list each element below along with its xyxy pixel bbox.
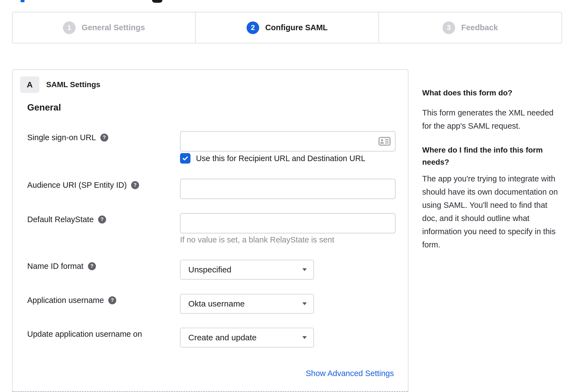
- sidebar-body-where: The app you're trying to integrate with …: [422, 172, 563, 251]
- update-username-label: Update application username on: [27, 328, 142, 340]
- sso-url-input[interactable]: [181, 132, 395, 151]
- sidebar-body-what: This form generates the XML needed for t…: [422, 106, 554, 132]
- step-3-label: Feedback: [461, 23, 498, 32]
- chevron-down-icon: [302, 302, 307, 305]
- update-username-value: Create and update: [188, 333, 257, 342]
- audience-uri-input[interactable]: [181, 179, 395, 198]
- recipient-url-checkbox-label: Use this for Recipient URL and Destinati…: [196, 154, 365, 163]
- sidebar-heading-what: What does this form do?: [422, 87, 563, 99]
- step-2-number-badge: 2: [247, 21, 259, 34]
- help-sidebar: What does this form do? This form genera…: [422, 87, 563, 251]
- update-username-select[interactable]: Create and update: [180, 328, 314, 347]
- chevron-down-icon: [302, 268, 307, 271]
- application-username-label: Application username ?: [27, 294, 116, 307]
- audience-uri-label-text: Audience URI (SP Entity ID): [27, 179, 127, 191]
- relaystate-label: Default RelayState ?: [27, 213, 106, 226]
- top-cropped-logo-fragment: [152, 0, 162, 3]
- step-1-number-badge: 1: [63, 21, 76, 34]
- show-advanced-settings-link[interactable]: Show Advanced Settings: [306, 369, 394, 378]
- recipient-url-checkbox[interactable]: [180, 153, 190, 164]
- application-username-select[interactable]: Okta username: [180, 294, 314, 314]
- recipient-url-checkbox-row: Use this for Recipient URL and Destinati…: [180, 153, 365, 164]
- name-id-format-value: Unspecified: [188, 265, 231, 274]
- top-cropped-blue-fragment: [21, 0, 24, 2]
- relaystate-input-wrap: [180, 213, 396, 233]
- update-username-label-text: Update application username on: [27, 328, 142, 340]
- application-username-value: Okta username: [188, 299, 245, 308]
- sso-url-label: Single sign-on URL ?: [27, 131, 108, 144]
- help-icon[interactable]: ?: [100, 134, 108, 142]
- relaystate-label-text: Default RelayState: [27, 213, 94, 226]
- audience-uri-input-wrap: [180, 179, 396, 199]
- group-title-general: General: [27, 102, 61, 113]
- application-username-label-text: Application username: [27, 294, 104, 307]
- help-icon[interactable]: ?: [131, 181, 139, 189]
- saml-settings-panel: A SAML Settings General Single sign-on U…: [12, 69, 408, 392]
- chevron-down-icon: [302, 336, 307, 339]
- wizard-stepper: 1 General Settings 2 Configure SAML 3 Fe…: [12, 12, 562, 43]
- step-1-label: General Settings: [82, 23, 145, 32]
- step-3-number-badge: 3: [443, 21, 455, 34]
- sidebar-heading-where: Where do I find the info this form needs…: [422, 144, 560, 168]
- check-icon: [182, 155, 189, 162]
- panel-title: SAML Settings: [46, 76, 100, 93]
- name-id-format-label: Name ID format ?: [27, 260, 96, 272]
- name-id-format-select[interactable]: Unspecified: [180, 260, 314, 280]
- step-2-label: Configure SAML: [265, 23, 328, 32]
- name-id-format-label-text: Name ID format: [27, 260, 84, 272]
- step-configure-saml[interactable]: 2 Configure SAML: [195, 12, 378, 43]
- relaystate-input[interactable]: [181, 214, 395, 233]
- step-general-settings[interactable]: 1 General Settings: [13, 12, 195, 43]
- step-feedback[interactable]: 3 Feedback: [378, 12, 562, 43]
- relaystate-hint: If no value is set, a blank RelayState i…: [180, 234, 334, 245]
- help-icon[interactable]: ?: [98, 216, 106, 223]
- sso-url-label-text: Single sign-on URL: [27, 131, 96, 144]
- help-icon[interactable]: ?: [88, 262, 96, 270]
- section-a-badge: A: [20, 76, 39, 93]
- contact-card-icon: [378, 137, 391, 146]
- audience-uri-label: Audience URI (SP Entity ID) ?: [27, 179, 139, 191]
- sso-url-input-wrap: [180, 131, 396, 151]
- help-icon[interactable]: ?: [108, 296, 116, 304]
- screen: 1 General Settings 2 Configure SAML 3 Fe…: [0, 0, 575, 392]
